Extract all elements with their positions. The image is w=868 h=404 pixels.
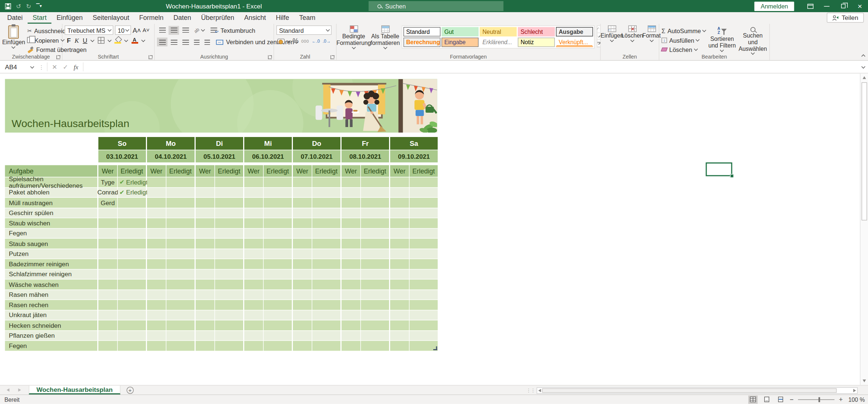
who-cell[interactable] <box>342 300 360 310</box>
align-right-icon[interactable] <box>180 38 191 46</box>
who-cell[interactable] <box>244 259 263 269</box>
align-left-icon[interactable] <box>157 38 168 46</box>
who-cell[interactable] <box>342 208 360 218</box>
who-cell[interactable] <box>244 320 263 330</box>
done-cell[interactable] <box>410 310 438 320</box>
who-cell[interactable] <box>390 198 409 207</box>
who-header[interactable]: Wer <box>342 165 360 177</box>
done-cell[interactable] <box>264 259 292 269</box>
tab-datei[interactable]: Datei <box>2 12 28 24</box>
cell-style-berechnung[interactable]: Berechnung <box>403 38 441 47</box>
who-cell[interactable] <box>98 239 117 248</box>
who-cell[interactable] <box>342 239 360 248</box>
who-cell[interactable] <box>390 269 409 279</box>
done-cell[interactable] <box>264 228 292 238</box>
who-cell[interactable] <box>147 290 166 299</box>
who-cell[interactable] <box>147 300 166 310</box>
zoom-out-button[interactable]: − <box>790 396 794 403</box>
date-cell[interactable]: 04.10.2021 <box>147 150 195 162</box>
restore-button[interactable] <box>835 0 852 12</box>
who-cell[interactable] <box>196 331 214 340</box>
day-header[interactable]: Mi <box>244 137 292 150</box>
who-cell[interactable] <box>196 310 214 320</box>
done-cell[interactable] <box>410 178 438 187</box>
zoom-level[interactable]: 100 % <box>847 396 865 403</box>
who-cell[interactable] <box>390 178 409 187</box>
font-dialog-launcher[interactable] <box>149 55 153 59</box>
done-cell[interactable] <box>167 290 195 299</box>
done-cell[interactable] <box>167 341 195 351</box>
done-header[interactable]: Erledigt <box>312 165 341 177</box>
comma-style-icon[interactable]: 000 <box>301 38 309 43</box>
done-cell[interactable] <box>361 208 389 218</box>
who-cell[interactable] <box>293 239 312 248</box>
minimize-button[interactable] <box>819 0 835 12</box>
paste-button[interactable]: Einfügen <box>2 25 25 48</box>
done-cell[interactable] <box>215 320 244 330</box>
done-cell[interactable] <box>264 178 292 187</box>
who-cell[interactable] <box>244 269 263 279</box>
table-resize-handle[interactable] <box>433 347 437 351</box>
done-header[interactable]: Erledigt <box>361 165 389 177</box>
done-cell[interactable] <box>264 208 292 218</box>
chevron-down-icon[interactable] <box>108 38 111 42</box>
who-cell[interactable] <box>293 259 312 269</box>
who-cell[interactable] <box>196 249 214 259</box>
task-column-header[interactable]: Aufgabe <box>5 165 98 177</box>
tab-formeln[interactable]: Formeln <box>134 12 168 24</box>
chevron-down-icon[interactable] <box>125 38 128 42</box>
done-cell[interactable] <box>215 259 244 269</box>
date-cell[interactable]: 05.10.2021 <box>196 150 243 162</box>
who-cell[interactable] <box>293 341 312 351</box>
sign-in-button[interactable]: Anmelden <box>755 1 794 11</box>
find-select-button[interactable]: Suchen und Auswählen <box>739 25 767 54</box>
done-cell[interactable]: ✔Erledigt <box>118 187 146 197</box>
done-cell[interactable] <box>215 269 244 279</box>
who-cell[interactable] <box>98 310 117 320</box>
who-cell[interactable] <box>342 187 360 197</box>
who-cell[interactable] <box>98 290 117 299</box>
done-cell[interactable] <box>167 218 195 228</box>
horizontal-scrollbar[interactable]: ⋮⋮ <box>526 387 858 394</box>
who-cell[interactable] <box>293 218 312 228</box>
decrease-indent-icon[interactable] <box>192 38 202 46</box>
who-cell[interactable] <box>342 320 360 330</box>
done-cell[interactable] <box>312 239 341 248</box>
done-cell[interactable] <box>410 218 438 228</box>
who-cell[interactable] <box>244 249 263 259</box>
done-cell[interactable] <box>215 331 244 340</box>
done-cell[interactable] <box>361 310 389 320</box>
who-cell[interactable] <box>147 341 166 351</box>
done-cell[interactable] <box>264 290 292 299</box>
customize-qat-icon[interactable]: ▔▾ <box>36 4 42 8</box>
day-header[interactable]: Di <box>196 137 243 150</box>
done-header[interactable]: Erledigt <box>215 165 244 177</box>
who-cell[interactable] <box>390 249 409 259</box>
done-cell[interactable] <box>410 249 438 259</box>
done-cell[interactable] <box>312 198 341 207</box>
done-header[interactable]: Erledigt <box>410 165 438 177</box>
who-cell[interactable] <box>196 178 214 187</box>
done-cell[interactable] <box>410 280 438 289</box>
who-cell[interactable] <box>293 208 312 218</box>
day-header[interactable]: Do <box>293 137 340 150</box>
done-cell[interactable] <box>118 249 146 259</box>
who-cell[interactable] <box>293 269 312 279</box>
fill-color-icon[interactable] <box>115 37 121 44</box>
task-cell[interactable]: Unkraut jäten <box>5 310 98 320</box>
date-cell[interactable]: 09.10.2021 <box>390 150 438 162</box>
done-cell[interactable] <box>167 331 195 340</box>
done-cell[interactable] <box>215 187 244 197</box>
done-cell[interactable] <box>361 239 389 248</box>
insert-function-icon[interactable]: fx <box>74 63 78 70</box>
decrease-decimal-icon[interactable]: .0→ <box>323 38 331 43</box>
gallery-up-icon[interactable] <box>598 26 600 33</box>
done-cell[interactable] <box>312 269 341 279</box>
decrease-font-icon[interactable]: A˅ <box>143 27 150 34</box>
expand-formula-bar-icon[interactable] <box>858 66 868 68</box>
ribbon-display-options-button[interactable] <box>802 0 819 12</box>
done-cell[interactable] <box>264 218 292 228</box>
done-cell[interactable] <box>410 259 438 269</box>
delete-cells-button[interactable]: ✕ Löschen <box>623 25 641 41</box>
done-cell[interactable] <box>215 208 244 218</box>
